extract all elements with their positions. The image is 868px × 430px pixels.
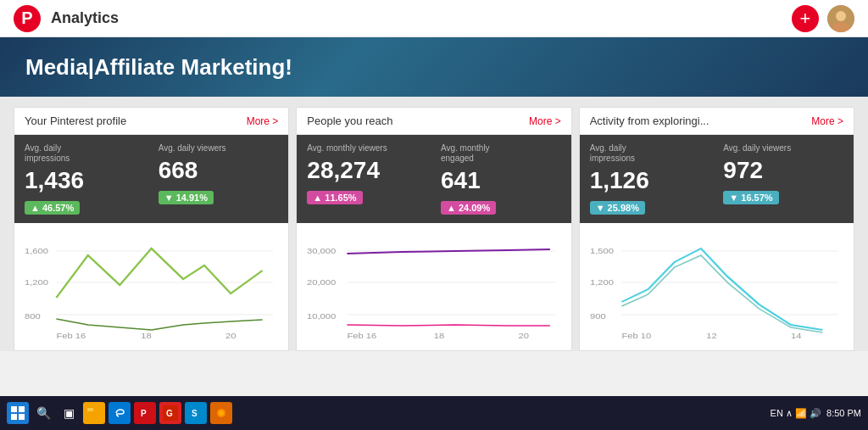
stat-value-impressions-1: 1,436 — [25, 167, 145, 194]
more-link-1[interactable]: More > — [247, 115, 279, 127]
edge-button[interactable] — [108, 402, 131, 424]
task-view-button[interactable]: ▣ — [58, 402, 80, 424]
stat-monthly-viewers: Avg. monthly viewers 28,274 11.65% — [307, 143, 427, 215]
chart-section-2: 30,000 20,000 10,000 Feb 16 18 20 — [297, 223, 570, 350]
svg-text:Feb 16: Feb 16 — [348, 332, 377, 340]
stat-value-viewers-1: 668 — [159, 157, 279, 184]
stat-badge-monthly-engaged: 24.09% — [441, 201, 496, 215]
svg-text:20,000: 20,000 — [307, 278, 337, 287]
stat-badge-impressions-3: 25.98% — [590, 201, 645, 215]
svg-rect-32 — [11, 414, 17, 420]
page-title: Analytics — [51, 9, 792, 27]
hero-banner: Media|Affiliate Marketing! — [0, 37, 868, 97]
hero-title: Media|Affiliate Marketing! — [25, 54, 292, 81]
app1-button[interactable]: P — [134, 402, 156, 424]
stat-impressions-3: Avg. dailyimpressions 1,126 25.98% — [590, 143, 710, 215]
app3-button[interactable]: S — [185, 402, 207, 424]
stat-label-impressions-3: Avg. dailyimpressions — [590, 143, 710, 164]
svg-text:20: 20 — [225, 332, 236, 340]
svg-rect-33 — [19, 414, 25, 420]
card-header-3: Activity from exploringi... More > — [580, 108, 854, 135]
chart-svg-1: 1,600 1,200 800 Feb 16 18 20 — [25, 230, 278, 340]
more-link-3[interactable]: More > — [811, 115, 843, 127]
stat-value-impressions-3: 1,126 — [590, 167, 710, 194]
card-activity-exploring: Activity from exploringi... More > Avg. … — [579, 107, 854, 351]
svg-point-1 — [836, 11, 846, 21]
taskbar-time: 8:50 PM — [826, 408, 861, 418]
svg-text:Feb 16: Feb 16 — [56, 332, 86, 340]
card-pinterest-profile: Your Pinterest profile More > Avg. daily… — [14, 107, 289, 351]
stat-impressions-1: Avg. dailyimpressions 1,436 46.57% — [25, 143, 145, 215]
svg-text:1,600: 1,600 — [25, 247, 48, 255]
navbar: P Analytics + — [0, 0, 868, 37]
chart-section-3: 1,500 1,200 900 Feb 10 12 14 — [580, 223, 854, 350]
cards-container: Your Pinterest profile More > Avg. daily… — [0, 97, 868, 351]
svg-text:P: P — [141, 409, 147, 418]
card-header-2: People you reach More > — [297, 108, 570, 135]
svg-point-45 — [219, 410, 224, 416]
more-link-2[interactable]: More > — [529, 115, 561, 127]
card-people-reach: People you reach More > Avg. monthly vie… — [296, 107, 571, 351]
user-avatar[interactable] — [827, 5, 854, 32]
svg-text:G: G — [166, 409, 173, 418]
svg-text:1,200: 1,200 — [25, 278, 48, 287]
stat-value-monthly-engaged: 641 — [441, 167, 561, 194]
stat-label-impressions-1: Avg. dailyimpressions — [25, 143, 145, 164]
stat-label-viewers-1: Avg. daily viewers — [159, 143, 279, 154]
svg-text:S: S — [192, 409, 198, 418]
nav-actions: + — [792, 5, 854, 32]
svg-text:30,000: 30,000 — [307, 247, 337, 255]
svg-text:12: 12 — [706, 332, 717, 340]
chart-svg-3: 1,500 1,200 900 Feb 10 12 14 — [590, 230, 843, 340]
stat-value-monthly-viewers: 28,274 — [307, 157, 427, 184]
stat-viewers-1: Avg. daily viewers 668 14.91% — [159, 143, 279, 215]
stat-value-viewers-3: 972 — [723, 157, 843, 184]
stat-badge-impressions-1: 46.57% — [25, 201, 80, 215]
stat-monthly-engaged: Avg. monthlyengaged 641 24.09% — [441, 143, 561, 215]
pinterest-logo: P — [14, 5, 41, 32]
taskbar: 🔍 ▣ P G S EN ∧ 📶 🔊 8:50 PM — [0, 396, 868, 430]
stat-label-viewers-3: Avg. daily viewers — [723, 143, 843, 154]
file-explorer-button[interactable] — [83, 402, 105, 424]
stat-viewers-3: Avg. daily viewers 972 16.57% — [723, 143, 843, 215]
svg-text:800: 800 — [25, 312, 41, 321]
search-taskbar-button[interactable]: 🔍 — [32, 402, 54, 424]
chart-section-1: 1,600 1,200 800 Feb 16 18 20 — [14, 223, 288, 350]
stats-section-3: Avg. dailyimpressions 1,126 25.98% Avg. … — [580, 135, 854, 223]
sys-icons: EN ∧ 📶 🔊 — [771, 408, 821, 419]
svg-text:1,500: 1,500 — [590, 247, 614, 255]
app4-button[interactable] — [210, 402, 232, 424]
stat-badge-viewers-1: 14.91% — [159, 191, 214, 204]
svg-text:18: 18 — [434, 332, 445, 340]
stats-section-2: Avg. monthly viewers 28,274 11.65% Avg. … — [297, 135, 570, 223]
svg-text:18: 18 — [141, 332, 152, 340]
stat-label-monthly-engaged: Avg. monthlyengaged — [441, 143, 561, 164]
svg-text:900: 900 — [590, 312, 606, 321]
stats-section-1: Avg. dailyimpressions 1,436 46.57% Avg. … — [14, 135, 288, 223]
card-header-1: Your Pinterest profile More > — [14, 108, 288, 135]
stat-badge-viewers-3: 16.57% — [723, 191, 778, 204]
card-title-3: Activity from exploringi... — [590, 114, 709, 127]
svg-rect-31 — [19, 406, 25, 412]
chart-svg-2: 30,000 20,000 10,000 Feb 16 18 20 — [307, 230, 560, 340]
taskbar-right: EN ∧ 📶 🔊 8:50 PM — [771, 408, 861, 419]
svg-rect-30 — [11, 406, 17, 412]
svg-text:Feb 10: Feb 10 — [621, 332, 651, 340]
start-button[interactable] — [7, 402, 29, 424]
card-title-1: Your Pinterest profile — [25, 114, 126, 127]
svg-text:10,000: 10,000 — [307, 312, 337, 321]
stat-badge-monthly-viewers: 11.65% — [307, 191, 362, 204]
stat-label-monthly-viewers: Avg. monthly viewers — [307, 143, 427, 154]
card-title-2: People you reach — [307, 114, 392, 127]
svg-text:20: 20 — [519, 332, 530, 340]
svg-text:14: 14 — [791, 332, 802, 340]
add-button[interactable]: + — [792, 5, 819, 32]
svg-text:1,200: 1,200 — [590, 278, 614, 287]
svg-rect-35 — [87, 408, 93, 411]
app2-button[interactable]: G — [159, 402, 181, 424]
